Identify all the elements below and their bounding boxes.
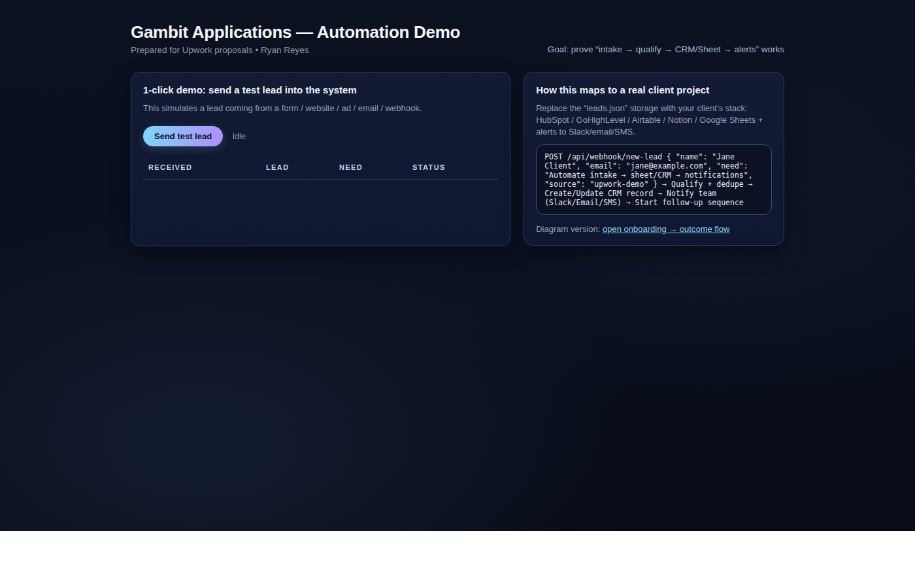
column-header-lead: Lead — [261, 159, 334, 180]
demo-card-title: 1-click demo: send a test lead into the … — [143, 84, 498, 96]
demo-card: 1-click demo: send a test lead into the … — [131, 72, 510, 246]
app-page: Gambit Applications — Automation Demo Pr… — [0, 0, 915, 531]
diagram-version-row: Diagram version: open onboarding → outco… — [536, 224, 772, 234]
lead-table: Received Lead Need Status — [143, 159, 498, 180]
mapping-card-title: How this maps to a real client project — [536, 84, 772, 96]
mapping-card: How this maps to a real client project R… — [524, 72, 784, 246]
webhook-code-block: POST /api/webhook/new-lead { "name": "Ja… — [536, 144, 772, 215]
header-left: Gambit Applications — Automation Demo Pr… — [131, 22, 460, 55]
demo-card-description: This simulates a lead coming from a form… — [143, 103, 498, 114]
diagram-version-label: Diagram version: — [536, 224, 600, 234]
page-header: Gambit Applications — Automation Demo Pr… — [131, 22, 784, 55]
lead-table-header: Received Lead Need Status — [143, 159, 498, 180]
column-header-status: Status — [407, 159, 498, 180]
page-subtitle: Prepared for Upwork proposals • Ryan Rey… — [131, 45, 460, 55]
column-header-received: Received — [143, 159, 261, 180]
goal-text: Goal: prove “intake → qualify → CRM/Shee… — [548, 44, 784, 55]
page-title: Gambit Applications — Automation Demo — [131, 22, 460, 42]
onboarding-flow-link[interactable]: open onboarding → outcome flow — [603, 224, 729, 234]
mapping-card-description: Replace the “leads.json” storage with yo… — [536, 103, 772, 138]
cards-row: 1-click demo: send a test lead into the … — [131, 72, 784, 246]
demo-status-text: Idle — [232, 131, 246, 141]
column-header-need: Need — [334, 159, 407, 180]
lead-table-empty-area — [143, 180, 498, 235]
content-container: Gambit Applications — Automation Demo Pr… — [131, 0, 784, 246]
demo-action-row: Send test lead Idle — [143, 126, 498, 146]
send-test-lead-button[interactable]: Send test lead — [143, 126, 223, 146]
